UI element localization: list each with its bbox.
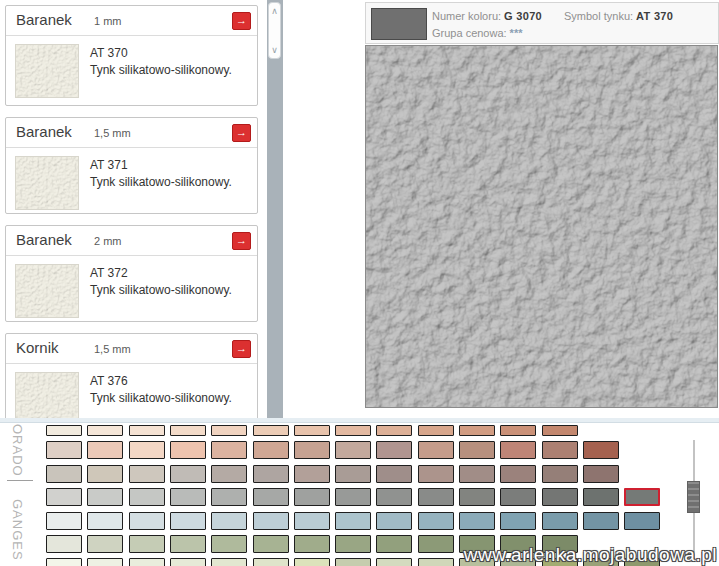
color-swatch[interactable] (542, 441, 578, 459)
color-swatch[interactable] (335, 425, 371, 436)
color-swatch[interactable] (376, 535, 412, 553)
scrollbar-thumb[interactable]: ∧ ∨ (268, 2, 281, 59)
color-swatch[interactable] (376, 465, 412, 483)
color-swatch[interactable] (542, 465, 578, 483)
color-swatch[interactable] (211, 488, 247, 506)
color-swatch[interactable] (376, 488, 412, 506)
color-swatch[interactable] (46, 465, 82, 483)
color-swatch[interactable] (500, 465, 536, 483)
color-swatch[interactable] (211, 558, 247, 566)
color-swatch[interactable] (294, 535, 330, 553)
color-swatch[interactable] (129, 488, 165, 506)
color-swatch[interactable] (253, 465, 289, 483)
color-swatch[interactable] (211, 425, 247, 436)
color-swatch[interactable] (170, 465, 206, 483)
color-swatch[interactable] (211, 535, 247, 553)
color-swatch[interactable] (129, 512, 165, 530)
open-product-button[interactable]: → (232, 340, 251, 358)
color-swatch[interactable] (335, 512, 371, 530)
color-swatch[interactable] (335, 441, 371, 459)
open-product-button[interactable]: → (232, 232, 251, 250)
open-product-button[interactable]: → (232, 12, 251, 30)
color-swatch[interactable] (46, 558, 82, 566)
color-swatch[interactable] (253, 535, 289, 553)
color-swatch[interactable] (129, 425, 165, 436)
color-swatch[interactable] (294, 488, 330, 506)
color-swatch[interactable] (170, 441, 206, 459)
product-card-kornik-1-5mm[interactable]: Kornik 1,5 mm → AT 376 Tynk silikatowo-s… (5, 333, 258, 420)
color-swatch[interactable] (335, 488, 371, 506)
color-swatch[interactable] (170, 425, 206, 436)
color-swatch[interactable] (294, 558, 330, 566)
palette-slider-handle[interactable] (687, 481, 700, 513)
color-swatch[interactable] (418, 558, 454, 566)
color-swatch[interactable] (335, 465, 371, 483)
color-swatch[interactable] (294, 465, 330, 483)
color-swatch[interactable] (170, 558, 206, 566)
color-swatch[interactable] (624, 488, 660, 506)
color-swatch[interactable] (376, 512, 412, 530)
color-swatch[interactable] (418, 512, 454, 530)
product-card-baranek-1-5mm[interactable]: Baranek 1,5 mm → AT 371 Tynk silikatowo-… (5, 117, 258, 214)
color-swatch[interactable] (376, 558, 412, 566)
color-swatch[interactable] (87, 512, 123, 530)
color-swatch[interactable] (583, 441, 619, 459)
color-swatch[interactable] (253, 441, 289, 459)
color-swatch[interactable] (87, 441, 123, 459)
color-swatch[interactable] (459, 465, 495, 483)
color-swatch[interactable] (624, 512, 660, 530)
color-swatch[interactable] (253, 512, 289, 530)
color-swatch[interactable] (500, 441, 536, 459)
color-swatch[interactable] (253, 488, 289, 506)
color-swatch[interactable] (129, 441, 165, 459)
color-swatch[interactable] (129, 535, 165, 553)
color-swatch[interactable] (542, 425, 578, 436)
open-product-button[interactable]: → (232, 124, 251, 142)
color-swatch[interactable] (459, 425, 495, 436)
color-swatch[interactable] (500, 488, 536, 506)
color-swatch[interactable] (583, 512, 619, 530)
color-swatch[interactable] (459, 512, 495, 530)
color-swatch[interactable] (335, 558, 371, 566)
scroll-down-icon[interactable]: ∨ (269, 45, 280, 55)
color-swatch[interactable] (87, 425, 123, 436)
color-swatch[interactable] (459, 441, 495, 459)
color-swatch[interactable] (46, 488, 82, 506)
color-swatch[interactable] (418, 441, 454, 459)
color-swatch[interactable] (211, 512, 247, 530)
color-swatch[interactable] (418, 465, 454, 483)
color-swatch[interactable] (46, 425, 82, 436)
color-swatch[interactable] (376, 425, 412, 436)
color-swatch[interactable] (46, 512, 82, 530)
color-swatch[interactable] (376, 441, 412, 459)
color-swatch[interactable] (500, 512, 536, 530)
color-swatch[interactable] (87, 558, 123, 566)
color-swatch[interactable] (418, 488, 454, 506)
color-swatch[interactable] (418, 535, 454, 553)
color-swatch[interactable] (294, 512, 330, 530)
color-swatch[interactable] (253, 425, 289, 436)
color-swatch[interactable] (170, 535, 206, 553)
color-swatch[interactable] (211, 465, 247, 483)
color-swatch[interactable] (294, 441, 330, 459)
color-swatch[interactable] (129, 558, 165, 566)
color-swatch[interactable] (87, 465, 123, 483)
color-swatch[interactable] (335, 535, 371, 553)
color-swatch[interactable] (87, 535, 123, 553)
color-swatch[interactable] (46, 535, 82, 553)
color-swatch[interactable] (459, 488, 495, 506)
color-swatch[interactable] (87, 488, 123, 506)
color-swatch[interactable] (294, 425, 330, 436)
product-card-baranek-1mm[interactable]: Baranek 1 mm → AT 370 Tynk silikatowo-si… (5, 5, 258, 106)
color-swatch[interactable] (500, 425, 536, 436)
color-swatch[interactable] (253, 558, 289, 566)
color-swatch[interactable] (46, 441, 82, 459)
color-swatch[interactable] (542, 488, 578, 506)
scroll-up-icon[interactable]: ∧ (269, 6, 280, 16)
color-swatch[interactable] (129, 465, 165, 483)
color-swatch[interactable] (418, 425, 454, 436)
color-swatch[interactable] (583, 488, 619, 506)
product-list-scrollbar[interactable]: ∧ ∨ (267, 0, 283, 420)
color-swatch[interactable] (170, 488, 206, 506)
product-card-baranek-2mm[interactable]: Baranek 2 mm → AT 372 Tynk silikatowo-si… (5, 225, 258, 322)
